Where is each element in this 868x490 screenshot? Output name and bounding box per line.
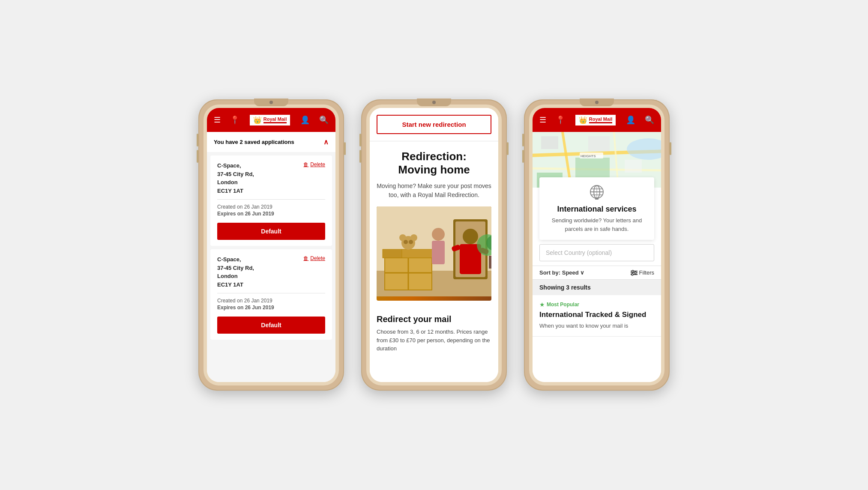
menu-icon-3[interactable]: ☰ xyxy=(539,115,546,125)
redirect-title: Redirection:Moving home xyxy=(377,150,491,176)
redirect-mail-section: Redirect your mail Choose from 3, 6 or 1… xyxy=(370,308,498,360)
power-button xyxy=(344,142,346,155)
phone-camera-1 xyxy=(269,101,273,104)
delete-label-1: Delete xyxy=(310,161,325,167)
result-title: International Tracked & Signed xyxy=(539,311,654,319)
phone-camera-2 xyxy=(432,101,436,104)
box-scene xyxy=(377,206,491,301)
power-button-3 xyxy=(670,142,671,155)
royal-mail-logo-3[interactable]: 👑 Royal Mail xyxy=(575,114,617,126)
phone-notch-3 xyxy=(580,99,614,106)
location-icon-3[interactable]: 📍 xyxy=(556,115,565,125)
intl-title: International services xyxy=(546,205,647,214)
svg-rect-27 xyxy=(575,158,610,179)
sort-value: Speed xyxy=(562,269,581,276)
phone-3: ☰ 📍 👑 Royal Mail 👤 🔍 xyxy=(524,99,670,391)
redirect-mail-title: Redirect your mail xyxy=(377,314,491,324)
result-card-1: ★ Most Popular International Tracked & S… xyxy=(533,295,661,337)
sort-by[interactable]: Sort by: Speed ∨ xyxy=(539,269,584,276)
logo-underline-1 xyxy=(263,122,287,123)
intl-info-card: International services Sending worldwide… xyxy=(539,177,654,240)
redirect-image xyxy=(377,206,491,301)
phone-screen-2: Start new redirection Redirection:Moving… xyxy=(370,108,498,382)
volume-up-button-2 xyxy=(359,134,361,146)
logo-text-3: Royal Mail xyxy=(589,117,612,122)
svg-text:HEIGHTS: HEIGHTS xyxy=(581,154,596,158)
intl-subtitle: Sending worldwide? Your letters and parc… xyxy=(546,216,647,233)
svg-point-4 xyxy=(463,229,478,244)
menu-icon-1[interactable]: ☰ xyxy=(214,115,221,125)
redirect-header-section: Start new redirection xyxy=(370,108,498,141)
redirect-mail-text: Choose from 3, 6 or 12 months. Prices ra… xyxy=(377,328,491,353)
user-icon-1[interactable]: 👤 xyxy=(300,115,310,125)
saved-apps-header: You have 2 saved applications ∧ xyxy=(207,132,335,152)
svg-point-16 xyxy=(409,240,413,244)
phone-side-buttons-3 xyxy=(670,142,671,155)
filters-btn[interactable]: Filters xyxy=(631,269,654,276)
start-redirect-btn[interactable]: Start new redirection xyxy=(377,115,491,134)
delete-btn-2[interactable]: 🗑 Delete xyxy=(303,255,325,261)
volume-up-button-3 xyxy=(522,134,524,146)
phone-2: Start new redirection Redirection:Moving… xyxy=(361,99,507,391)
phone-inner-2: Start new redirection Redirection:Moving… xyxy=(366,105,502,385)
search-icon-3[interactable]: 🔍 xyxy=(645,115,654,125)
phone-side-buttons-2 xyxy=(507,142,509,155)
result-description: When you want to know your mail is xyxy=(539,322,654,330)
phone-screen-3: ☰ 📍 👑 Royal Mail 👤 🔍 xyxy=(533,108,661,382)
crown-icon-3: 👑 xyxy=(579,116,587,124)
phone-screen-1: ☰ 📍 👑 Royal Mail 👤 🔍 xyxy=(207,108,335,382)
logo-underline-3 xyxy=(589,122,612,123)
crown-icon-1: 👑 xyxy=(253,116,262,124)
results-count: Showing 3 results xyxy=(539,284,591,291)
card-2-address: C-Space,37-45 City Rd,LondonEC1Y 1AT xyxy=(217,255,254,289)
phone-left-buttons-3 xyxy=(522,134,524,163)
sort-label: Sort by: xyxy=(539,269,560,276)
phone-inner-3: ☰ 📍 👑 Royal Mail 👤 🔍 xyxy=(529,105,664,385)
royal-mail-logo-1[interactable]: 👑 Royal Mail xyxy=(249,114,291,126)
card-1-address: C-Space,37-45 City Rd,LondonEC1Y 1AT xyxy=(217,161,254,195)
default-btn-2[interactable]: Default xyxy=(217,317,325,334)
volume-up-button xyxy=(197,134,198,146)
volume-down-button-2 xyxy=(359,150,361,163)
location-icon-1[interactable]: 📍 xyxy=(230,115,239,125)
phone2-content: Start new redirection Redirection:Moving… xyxy=(370,108,498,382)
volume-down-button-3 xyxy=(522,150,524,163)
logo-text-1: Royal Mail xyxy=(263,117,287,122)
phone1-content: You have 2 saved applications ∧ C-Space,… xyxy=(207,132,335,382)
phone-container: ☰ 📍 👑 Royal Mail 👤 🔍 xyxy=(198,99,670,391)
power-button-2 xyxy=(507,142,509,155)
phone3-content: HEIGHTS xyxy=(533,132,661,382)
filters-label: Filters xyxy=(639,269,654,276)
user-icon-3[interactable]: 👤 xyxy=(626,115,635,125)
most-popular-badge: ★ Most Popular xyxy=(539,301,654,308)
redirect-main: Redirection:Moving home Moving home? Mak… xyxy=(370,141,498,308)
svg-point-48 xyxy=(632,274,633,275)
sort-chevron: ∨ xyxy=(580,269,584,276)
search-icon-1[interactable]: 🔍 xyxy=(319,115,329,125)
delete-label-2: Delete xyxy=(310,255,325,261)
chevron-up-icon[interactable]: ∧ xyxy=(323,138,329,146)
card-1-created: Created on 26 Jan 2019 xyxy=(217,204,325,210)
svg-rect-21 xyxy=(489,256,491,269)
phone-inner-1: ☰ 📍 👑 Royal Mail 👤 🔍 xyxy=(204,105,339,385)
star-icon: ★ xyxy=(539,301,545,308)
delete-btn-1[interactable]: 🗑 Delete xyxy=(303,161,325,167)
app-header-1: ☰ 📍 👑 Royal Mail 👤 🔍 xyxy=(207,108,335,132)
card-2-header: C-Space,37-45 City Rd,LondonEC1Y 1AT 🗑 D… xyxy=(217,255,325,289)
app-card-2: C-Space,37-45 City Rd,LondonEC1Y 1AT 🗑 D… xyxy=(210,249,332,340)
card-2-divider xyxy=(217,293,325,293)
card-1-divider xyxy=(217,199,325,200)
phone-notch-1 xyxy=(254,99,288,106)
app-card-1: C-Space,37-45 City Rd,LondonEC1Y 1AT 🗑 D… xyxy=(210,155,332,246)
svg-rect-18 xyxy=(432,241,445,264)
svg-rect-32 xyxy=(541,136,558,149)
phone-1: ☰ 📍 👑 Royal Mail 👤 🔍 xyxy=(198,99,344,391)
results-header: Showing 3 results xyxy=(533,280,661,295)
phone-notch-2 xyxy=(417,99,451,106)
trash-icon-2: 🗑 xyxy=(303,255,308,261)
filters-icon xyxy=(631,270,638,276)
country-select[interactable]: Select Country (optional) xyxy=(539,244,654,261)
sort-filter-row: Sort by: Speed ∨ xyxy=(533,266,661,280)
redirect-subtitle: Moving home? Make sure your post moves t… xyxy=(377,182,491,200)
default-btn-1[interactable]: Default xyxy=(217,223,325,240)
